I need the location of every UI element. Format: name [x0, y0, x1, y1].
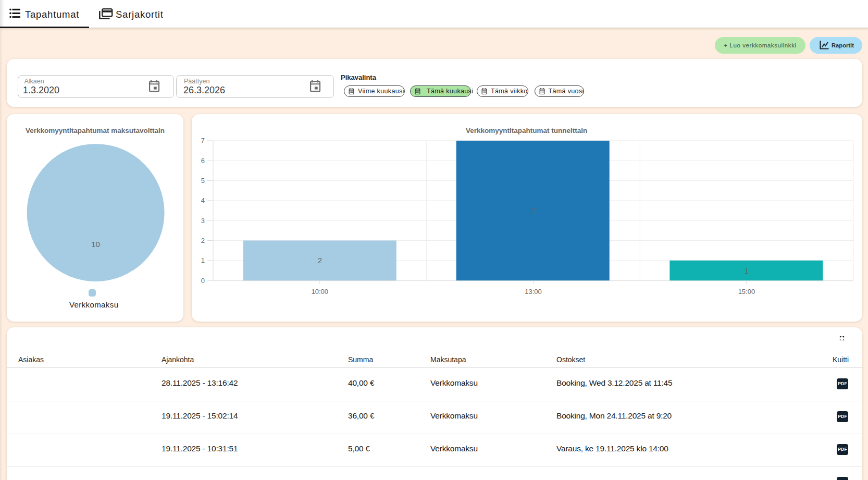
svg-text:10:00: 10:00 — [312, 288, 329, 296]
svg-text:10: 10 — [91, 240, 100, 249]
svg-text:6: 6 — [201, 157, 205, 165]
svg-text:7: 7 — [531, 206, 535, 215]
svg-text:5: 5 — [201, 177, 205, 184]
svg-text:13:00: 13:00 — [525, 288, 542, 296]
svg-text:3: 3 — [201, 217, 205, 225]
svg-text:7: 7 — [201, 137, 205, 144]
svg-text:2: 2 — [201, 237, 205, 244]
svg-text:Verkkomaksu: Verkkomaksu — [69, 300, 118, 309]
svg-text:2: 2 — [318, 256, 322, 265]
svg-text:1: 1 — [745, 266, 749, 275]
svg-text:15:00: 15:00 — [738, 288, 755, 296]
svg-text:1: 1 — [201, 256, 205, 264]
svg-text:4: 4 — [201, 196, 205, 204]
svg-text:0: 0 — [201, 277, 205, 285]
